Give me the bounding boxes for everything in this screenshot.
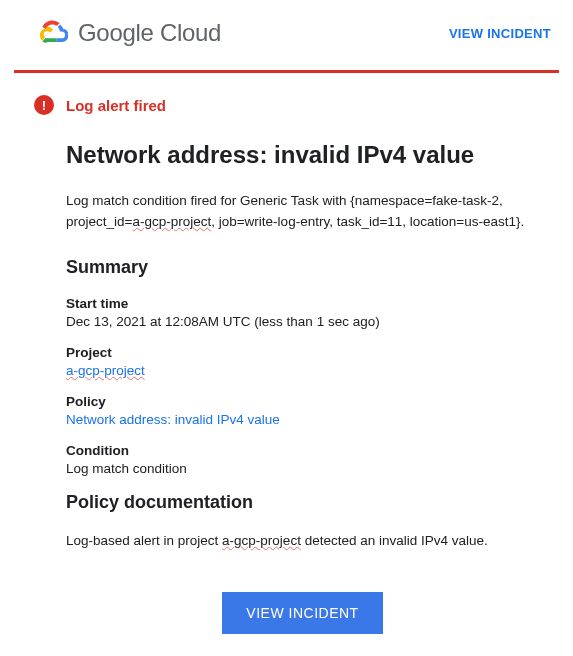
summary-heading: Summary (66, 257, 539, 278)
alert-icon: ! (34, 95, 54, 115)
field-policy: Policy Network address: invalid IPv4 val… (66, 394, 539, 427)
field-start-time: Start time Dec 13, 2021 at 12:08AM UTC (… (66, 296, 539, 329)
policy-doc-heading: Policy documentation (66, 492, 539, 513)
condition-label: Condition (66, 443, 539, 458)
project-label: Project (66, 345, 539, 360)
header: Google Cloud VIEW INCIDENT (0, 0, 573, 70)
alert-label: Log alert fired (66, 97, 166, 114)
button-row: VIEW INCIDENT (66, 592, 539, 634)
lead-description: Log match condition fired for Generic Ta… (66, 191, 539, 233)
project-link[interactable]: a-gcp-project (66, 363, 539, 378)
policy-label: Policy (66, 394, 539, 409)
alert-heading-row: ! Log alert fired (34, 95, 539, 115)
field-condition: Condition Log match condition (66, 443, 539, 476)
content: ! Log alert fired Network address: inval… (0, 73, 573, 656)
brand-text: Google Cloud (78, 19, 221, 47)
logo: Google Cloud (38, 18, 221, 48)
condition-value: Log match condition (66, 461, 539, 476)
google-cloud-icon (38, 18, 68, 48)
start-time-value: Dec 13, 2021 at 12:08AM UTC (less than 1… (66, 314, 539, 329)
page-title: Network address: invalid IPv4 value (66, 141, 539, 169)
policy-link[interactable]: Network address: invalid IPv4 value (66, 412, 539, 427)
project-id-squiggle-2: a-gcp-project (222, 533, 301, 548)
view-incident-link-top[interactable]: VIEW INCIDENT (449, 26, 551, 41)
project-id-squiggle: a-gcp-project (132, 214, 211, 229)
field-project: Project a-gcp-project (66, 345, 539, 378)
view-incident-button[interactable]: VIEW INCIDENT (222, 592, 382, 634)
start-time-label: Start time (66, 296, 539, 311)
policy-doc-text: Log-based alert in project a-gcp-project… (66, 531, 539, 552)
